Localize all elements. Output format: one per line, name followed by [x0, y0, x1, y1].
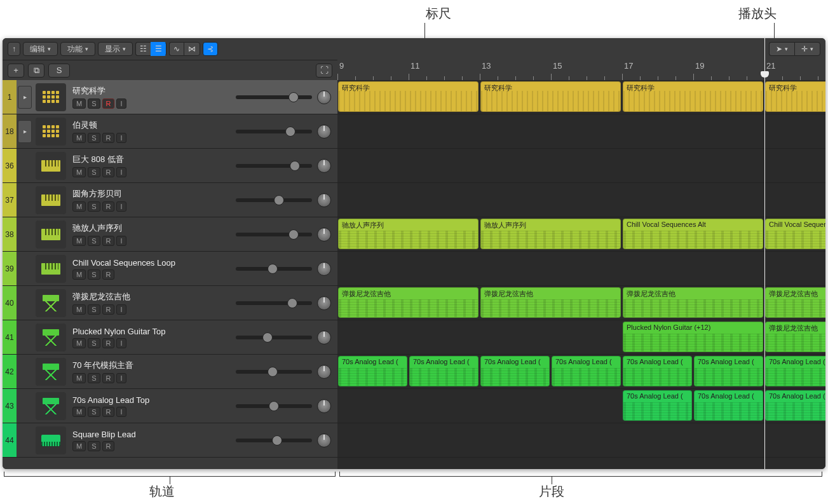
volume-slider[interactable] — [236, 336, 312, 339]
track-m-button[interactable]: M — [72, 167, 86, 177]
keys-icon[interactable] — [36, 152, 66, 180]
expand-button[interactable]: ▸ — [18, 120, 32, 143]
region[interactable]: 70s Analog Lead ( — [694, 390, 763, 421]
add-track-button[interactable]: + — [8, 64, 24, 78]
region[interactable]: 70s Analog Lead ( — [338, 356, 407, 386]
pan-knob[interactable] — [317, 90, 331, 104]
region[interactable]: 70s Analog Lead ( — [694, 356, 763, 386]
track-s-button[interactable]: S — [88, 304, 100, 315]
track-s-button[interactable]: S — [88, 373, 100, 383]
track-r-button[interactable]: R — [102, 441, 115, 451]
regions-column[interactable]: 研究科学研究科学研究科学研究科学驰放人声序列驰放人声序列Chill Vocal … — [337, 80, 825, 469]
track-i-button[interactable]: I — [116, 236, 126, 246]
track-row[interactable]: 4270 年代模拟主音MSRI — [3, 355, 337, 389]
flex-icon[interactable]: ⋈ — [184, 42, 200, 56]
pan-knob[interactable] — [317, 193, 331, 207]
track-row[interactable]: 38驰放人声序列MSRI — [3, 217, 337, 252]
track-s-button[interactable]: S — [88, 99, 100, 109]
region[interactable]: 70s Analog Lead ( — [409, 356, 478, 386]
volume-slider[interactable] — [236, 439, 312, 442]
stand-icon[interactable] — [36, 392, 66, 420]
functions-menu[interactable]: 功能▾ — [60, 42, 95, 56]
track-r-button[interactable]: R — [102, 236, 115, 246]
edit-menu[interactable]: 编辑▾ — [23, 42, 58, 56]
region[interactable]: 弹拨尼龙弦吉他 — [765, 322, 825, 352]
track-m-button[interactable]: M — [72, 304, 86, 315]
region[interactable]: 弹拨尼龙弦吉他 — [480, 287, 621, 318]
track-s-button[interactable]: S — [88, 133, 100, 143]
expand-button[interactable]: ▸ — [18, 86, 32, 109]
track-r-button[interactable]: R — [102, 133, 115, 143]
track-r-button[interactable]: R — [102, 167, 115, 177]
track-r-button[interactable]: R — [102, 373, 115, 383]
catch-playhead-icon[interactable]: ⊰ — [203, 42, 218, 56]
track-row[interactable]: 36巨大 808 低音MSRI — [3, 149, 337, 183]
drum-icon[interactable] — [36, 118, 66, 146]
pan-knob[interactable] — [317, 159, 331, 173]
volume-slider[interactable] — [236, 301, 312, 305]
region[interactable]: Chill Vocal Sequences Alt — [623, 219, 763, 249]
track-i-button[interactable]: I — [116, 99, 126, 109]
track-s-button[interactable]: S — [88, 167, 100, 177]
track-r-button[interactable]: R — [102, 201, 115, 212]
ruler[interactable]: 9111315171921 — [337, 60, 825, 80]
region[interactable]: 70s Analog Lead ( — [765, 390, 825, 421]
track-m-button[interactable]: M — [72, 269, 86, 280]
duplicate-track-button[interactable]: ⧉ — [28, 64, 44, 78]
region[interactable]: 弹拨尼龙弦吉他 — [765, 287, 825, 318]
track-row[interactable]: 39Chill Vocal Sequences LoopMSR — [3, 252, 337, 286]
track-row[interactable]: 4370s Analog Lead TopMSRI — [3, 389, 337, 423]
region[interactable]: 70s Analog Lead ( — [765, 356, 825, 386]
region[interactable]: 研究科学 — [765, 81, 825, 112]
region[interactable]: 研究科学 — [338, 81, 478, 112]
region[interactable]: Chill Vocal Sequer — [765, 219, 825, 249]
region[interactable]: 70s Analog Lead ( — [552, 356, 621, 386]
track-row[interactable]: 44Square Blip LeadMSR — [3, 423, 337, 458]
keys-icon[interactable] — [36, 186, 66, 214]
grid-view-icon[interactable]: ☷ — [135, 42, 151, 56]
track-row[interactable]: 41Plucked Nylon Guitar TopMSRI — [3, 320, 337, 355]
stand-icon[interactable] — [36, 324, 66, 351]
volume-slider[interactable] — [236, 198, 312, 202]
track-s-button[interactable]: S — [88, 338, 100, 348]
track-r-button[interactable]: R — [102, 304, 115, 315]
track-row[interactable]: 37圆角方形贝司MSRI — [3, 183, 337, 217]
synth-icon[interactable] — [36, 426, 66, 454]
track-m-button[interactable]: M — [72, 441, 86, 451]
track-i-button[interactable]: I — [116, 133, 126, 143]
track-zoom-button[interactable]: ⛶ — [316, 64, 332, 78]
track-m-button[interactable]: M — [72, 133, 86, 143]
track-row[interactable]: 40弹拨尼龙弦吉他MSRI — [3, 286, 337, 320]
up-arrow-icon[interactable]: ↑ — [8, 42, 20, 56]
automation-icon[interactable]: ∿ — [169, 42, 184, 56]
track-row[interactable]: 18▸伯灵顿MSRI — [3, 114, 337, 149]
pan-knob[interactable] — [317, 399, 331, 413]
drum-icon[interactable] — [36, 83, 66, 111]
volume-slider[interactable] — [236, 233, 312, 236]
track-s-button[interactable]: S — [88, 407, 100, 417]
region[interactable]: 研究科学 — [623, 81, 763, 112]
track-i-button[interactable]: I — [116, 373, 126, 383]
region[interactable]: 70s Analog Lead ( — [623, 356, 692, 386]
region[interactable]: Plucked Nylon Guitar (+12) — [623, 322, 763, 352]
track-s-button[interactable]: S — [88, 269, 100, 280]
track-s-button[interactable]: S — [88, 441, 100, 451]
track-m-button[interactable]: M — [72, 201, 86, 212]
volume-slider[interactable] — [236, 267, 312, 271]
volume-slider[interactable] — [236, 164, 312, 168]
pan-knob[interactable] — [317, 330, 331, 344]
region[interactable]: 弹拨尼龙弦吉他 — [623, 287, 763, 318]
track-m-button[interactable]: M — [72, 407, 86, 417]
track-s-button[interactable]: S — [88, 236, 100, 246]
global-solo-button[interactable]: S — [48, 64, 70, 78]
track-i-button[interactable]: I — [116, 304, 126, 315]
track-r-button[interactable]: R — [102, 269, 115, 280]
pan-knob[interactable] — [317, 296, 331, 310]
pan-knob[interactable] — [317, 433, 331, 447]
track-s-button[interactable]: S — [88, 201, 100, 212]
volume-slider[interactable] — [236, 95, 312, 99]
pan-knob[interactable] — [317, 125, 331, 139]
pan-knob[interactable] — [317, 228, 331, 242]
track-m-button[interactable]: M — [72, 373, 86, 383]
region[interactable]: 70s Analog Lead ( — [480, 356, 550, 386]
